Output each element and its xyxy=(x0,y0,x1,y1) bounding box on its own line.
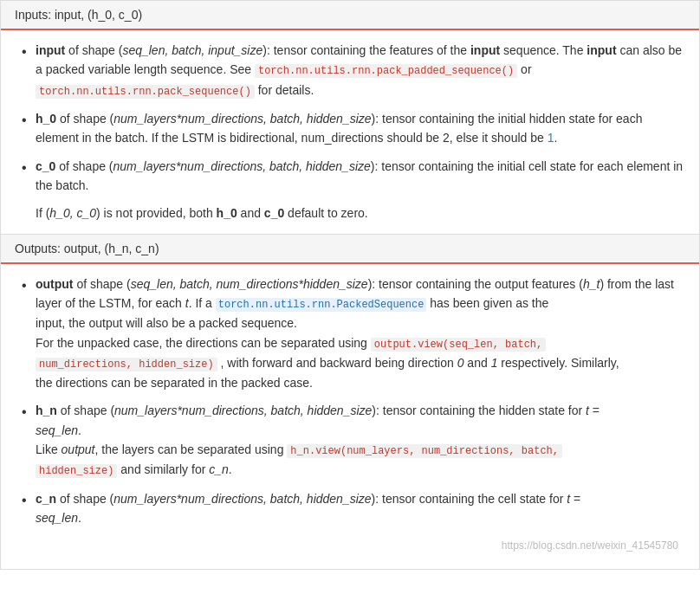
hn-text2: seq_len. xyxy=(36,423,81,437)
code-packedseq: torch.nn.utils.rnn.PackedSequence xyxy=(216,298,427,312)
list-item: output of shape (seq_len, batch, num_dir… xyxy=(15,274,685,393)
param-name-input2: input xyxy=(470,43,500,57)
code-pack-seq: torch.nn.utils.rnn.pack_sequence() xyxy=(36,85,255,99)
param-name-cn: c_n xyxy=(36,492,56,506)
code-output-view2: num_directions, hidden_size) xyxy=(36,358,217,371)
code-output-view: output.view(seq_len, batch, xyxy=(371,338,546,352)
outputs-header: Outputs: output, (h_n, c_n) xyxy=(1,235,699,264)
param-name-hn: h_n xyxy=(36,404,57,417)
param-name-h0: h_0 xyxy=(36,112,56,126)
cn-text2: seq_len. xyxy=(36,511,81,525)
watermark: https://blog.csdn.net/weixin_41545780 xyxy=(15,536,685,559)
param-shape-c0: of shape (num_layers*num_directions, bat… xyxy=(36,159,683,192)
hn-text3: Like output, the layers can be separated… xyxy=(36,442,562,456)
note-line: If (h_0, c_0) is not provided, both h_0 … xyxy=(15,203,685,223)
code-hn-view: h_n.view(num_layers, num_directions, bat… xyxy=(287,444,562,458)
param-name-input3: input xyxy=(587,43,616,57)
outputs-list: output of shape (seq_len, batch, num_dir… xyxy=(15,274,685,528)
hn-text4: hidden_size) and similarly for c_n. xyxy=(36,462,232,476)
param-name-input: input xyxy=(36,43,65,57)
inputs-list: input of shape (seq_len, batch, input_si… xyxy=(15,41,685,195)
list-item: h_n of shape (num_layers*num_directions,… xyxy=(15,401,685,480)
param-text: sequence. The xyxy=(503,43,587,57)
list-item: input of shape (seq_len, batch, input_si… xyxy=(15,41,685,100)
list-item: c_0 of shape (num_layers*num_directions,… xyxy=(15,157,685,196)
output-text3: For the unpacked case, the directions ca… xyxy=(36,336,546,350)
output-text4: num_directions, hidden_size) , with forw… xyxy=(36,356,619,370)
list-item: c_n of shape (num_layers*num_directions,… xyxy=(15,489,685,528)
code-hn-view2: hidden_size) xyxy=(36,464,117,478)
param-shape-output: of shape (seq_len, batch, num_directions… xyxy=(36,277,674,310)
output-text5: the directions can be separated in the p… xyxy=(36,376,313,390)
param-name-output: output xyxy=(36,277,74,291)
param-shape: of shape (seq_len, batch, input_size): t… xyxy=(68,43,470,57)
highlight-1: 1 xyxy=(548,131,554,145)
inputs-section: Inputs: input, (h_0, c_0) input of shape… xyxy=(0,0,700,235)
outputs-section: Outputs: output, (h_n, c_n) output of sh… xyxy=(0,235,700,571)
code-pack-padded: torch.nn.utils.rnn.pack_padded_sequence(… xyxy=(255,64,517,78)
param-shape-cn: of shape (num_layers*num_directions, bat… xyxy=(60,492,580,506)
output-text2: input, the output will also be a packed … xyxy=(36,316,297,330)
list-item: h_0 of shape (num_layers*num_directions,… xyxy=(15,109,685,148)
inputs-header: Inputs: input, (h_0, c_0) xyxy=(1,1,699,30)
param-text3: torch.nn.utils.rnn.pack_sequence() for d… xyxy=(36,83,314,97)
param-name-c0: c_0 xyxy=(36,159,55,173)
param-shape-h0: of shape (num_layers*num_directions, bat… xyxy=(36,112,642,145)
param-shape-hn: of shape (num_layers*num_directions, bat… xyxy=(61,404,600,417)
